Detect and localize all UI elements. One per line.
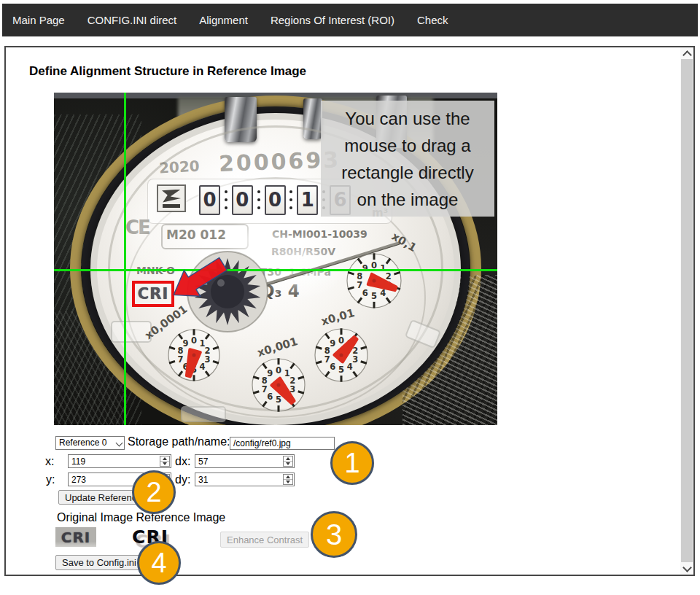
digit-separator xyxy=(289,198,292,201)
x-spinner[interactable] xyxy=(160,456,170,467)
y-label: y: xyxy=(46,473,55,486)
reference-select[interactable]: Reference 0 xyxy=(55,436,125,450)
dy-input-group xyxy=(195,472,295,486)
chevron-down-icon xyxy=(682,563,692,572)
alignment-roi-box[interactable]: CRI xyxy=(132,281,174,307)
x-label: x: xyxy=(45,455,54,468)
dy-label: dy: xyxy=(175,473,190,486)
glare xyxy=(101,162,181,300)
dx-input-group xyxy=(195,454,295,468)
nav-item-check[interactable]: Check xyxy=(417,14,448,26)
chevron-up-icon xyxy=(682,50,692,60)
dx-input[interactable] xyxy=(195,454,295,468)
dy-spinner[interactable] xyxy=(283,474,293,485)
x-input-group xyxy=(68,454,171,468)
hint-line: You can use the xyxy=(345,105,470,132)
counter-digit: 0 xyxy=(199,185,220,215)
nav-item-config-ini-direct[interactable]: CONFIG.INI direct xyxy=(88,14,177,26)
reference-select-group: Reference 0 xyxy=(55,435,125,449)
dx-label: dx: xyxy=(175,455,190,468)
dy-input[interactable] xyxy=(195,472,295,486)
content-frame: Define Alignment Structure in Reference … xyxy=(4,46,695,576)
spin-down-icon[interactable] xyxy=(160,461,169,466)
dx-spinner[interactable] xyxy=(283,456,293,467)
scrollbar-thumb[interactable] xyxy=(681,59,693,562)
original-crop-image: CRI xyxy=(55,527,96,547)
nav-item-regions-of-interest-roi[interactable]: Regions Of Interest (ROI) xyxy=(271,14,394,26)
nav-item-main-page[interactable]: Main Page xyxy=(12,14,65,26)
callout-number: 4 xyxy=(151,548,166,579)
spin-down-icon[interactable] xyxy=(284,461,292,466)
nav-item-alignment[interactable]: Alignment xyxy=(199,14,248,26)
callout-1: 1 xyxy=(330,441,374,485)
storage-path-label: Storage path/name: xyxy=(128,435,230,448)
callout-number: 1 xyxy=(344,448,359,479)
top-nav: Main PageCONFIG.INI directAlignmentRegio… xyxy=(2,4,698,36)
callout-2: 2 xyxy=(132,470,176,514)
glare xyxy=(229,215,368,314)
page-title: Define Alignment Structure in Reference … xyxy=(29,64,306,79)
callout-number: 3 xyxy=(326,518,342,551)
x-input[interactable] xyxy=(68,454,171,468)
callout-4: 4 xyxy=(137,541,181,585)
digit-separator xyxy=(225,198,228,201)
roi-text: CRI xyxy=(138,285,168,303)
counter-digit: 1 xyxy=(297,185,318,215)
callout-3: 3 xyxy=(311,511,357,558)
images-label: Original Image Reference Image xyxy=(57,511,225,524)
enhance-contrast-button[interactable]: Enhance Contrast xyxy=(220,532,309,548)
digit-separator xyxy=(257,198,260,201)
face-tab xyxy=(181,406,226,422)
scrollbar[interactable] xyxy=(680,47,693,575)
scrollbar-up-button[interactable] xyxy=(680,47,693,59)
hint-line: rectangle directly xyxy=(341,159,473,186)
crosshair-vertical-line xyxy=(124,93,126,425)
callout-number: 2 xyxy=(146,477,161,508)
storage-path-input[interactable] xyxy=(230,437,335,450)
crosshair-horizontal-line xyxy=(54,269,497,271)
hint-line: on the image xyxy=(357,186,459,213)
spin-down-icon[interactable] xyxy=(284,479,292,484)
reference-image[interactable]: 2020 2000693 00016 m³ CE M20 012 CH-MI00… xyxy=(54,93,497,425)
meter-year-text: 2020 xyxy=(158,158,200,177)
page: Main PageCONFIG.INI directAlignmentRegio… xyxy=(0,0,700,595)
drag-hint-overlay: You can use themouse to drag arectangle … xyxy=(321,101,494,217)
hint-line: mouse to drag a xyxy=(344,132,470,159)
scrollbar-down-button[interactable] xyxy=(680,563,693,575)
save-to-config-button[interactable]: Save to Config.ini xyxy=(55,555,143,570)
